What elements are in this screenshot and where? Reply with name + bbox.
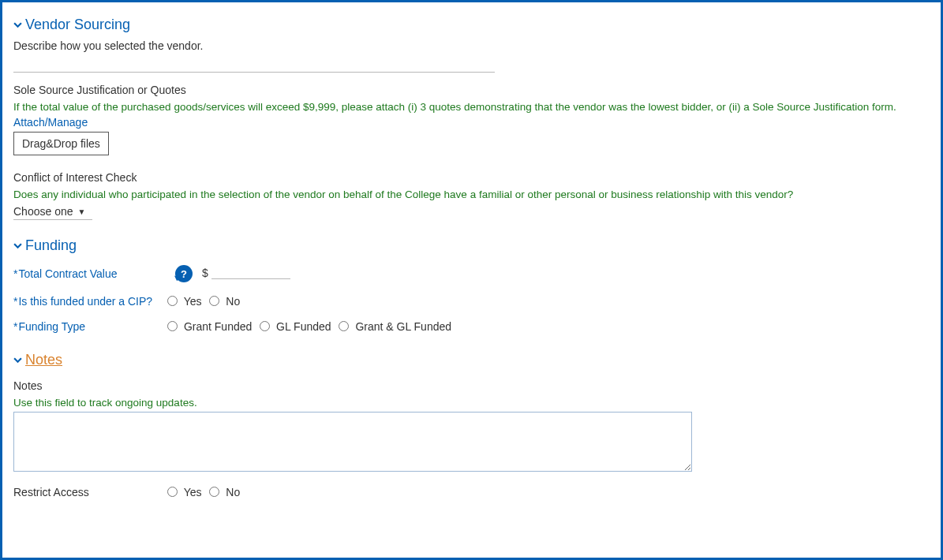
restrict-access-radio-group: Yes No bbox=[167, 486, 930, 498]
sole-source-help: If the total value of the purchased good… bbox=[13, 101, 930, 113]
select-value: Choose one bbox=[13, 205, 73, 218]
chevron-down-icon bbox=[13, 240, 22, 252]
notes-help: Use this field to track ongoing updates. bbox=[13, 397, 930, 409]
caret-down-icon: ▼ bbox=[78, 207, 86, 216]
restrict-yes-option[interactable]: Yes bbox=[167, 486, 201, 498]
section-title: Notes bbox=[25, 352, 62, 368]
funding-type-grant-option[interactable]: Grant Funded bbox=[167, 320, 252, 333]
sole-source-label: Sole Source Justification or Quotes bbox=[13, 84, 930, 96]
cip-radio-group: Yes No bbox=[167, 295, 930, 308]
funding-header[interactable]: Funding bbox=[13, 237, 930, 254]
attach-manage-link[interactable]: Attach/Manage bbox=[13, 116, 930, 129]
section-title: Funding bbox=[25, 237, 77, 254]
funding-type-both-option[interactable]: Grant & GL Funded bbox=[339, 320, 451, 333]
funding-type-radio-group: Grant Funded GL Funded Grant & GL Funded bbox=[167, 320, 930, 333]
total-contract-value-label: Total Contract Value bbox=[13, 267, 167, 280]
cip-no-option[interactable]: No bbox=[209, 295, 240, 308]
chevron-down-icon bbox=[13, 19, 22, 32]
total-contract-value-input[interactable] bbox=[211, 265, 290, 279]
notes-field-label: Notes bbox=[13, 379, 930, 392]
funding-type-label: Funding Type bbox=[13, 320, 167, 333]
cip-label: Is this funded under a CIP? bbox=[13, 295, 167, 308]
describe-vendor-input[interactable] bbox=[13, 57, 495, 73]
chevron-down-icon bbox=[13, 354, 22, 367]
drag-drop-files-button[interactable]: Drag&Drop files bbox=[13, 132, 109, 155]
cip-yes-option[interactable]: Yes bbox=[167, 295, 201, 308]
form-frame: Vendor Sourcing Describe how you selecte… bbox=[0, 0, 943, 560]
currency-symbol: $ bbox=[202, 267, 208, 279]
section-title: Vendor Sourcing bbox=[25, 17, 130, 33]
conflict-of-interest-select[interactable]: Choose one ▼ bbox=[13, 203, 92, 220]
restrict-access-label: Restrict Access bbox=[13, 486, 167, 498]
conflict-of-interest-label: Conflict of Interest Check bbox=[13, 171, 930, 184]
funding-type-gl-option[interactable]: GL Funded bbox=[260, 320, 331, 333]
describe-vendor-label: Describe how you selected the vendor. bbox=[13, 39, 930, 52]
notes-textarea[interactable] bbox=[13, 412, 692, 472]
help-icon[interactable]: ? bbox=[175, 265, 193, 282]
notes-header[interactable]: Notes bbox=[13, 352, 930, 368]
restrict-no-option[interactable]: No bbox=[209, 486, 240, 498]
vendor-sourcing-header[interactable]: Vendor Sourcing bbox=[13, 17, 930, 33]
conflict-of-interest-help: Does any individual who participated in … bbox=[13, 189, 930, 200]
